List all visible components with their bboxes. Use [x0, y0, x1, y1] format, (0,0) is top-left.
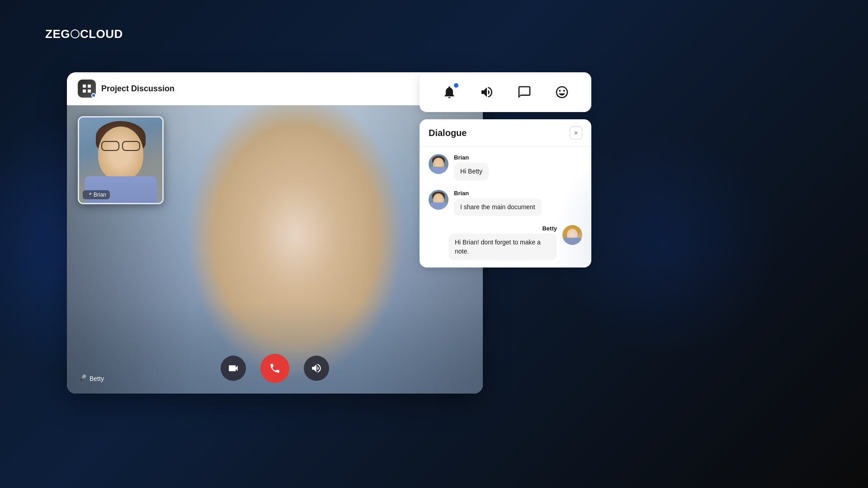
brian-avatar-inner: [429, 154, 448, 174]
logo-o-icon: [71, 29, 80, 38]
right-panel: Dialogue × Brian: [420, 72, 591, 267]
camera-icon: [227, 362, 239, 374]
message-sender: Brian: [454, 154, 489, 161]
bell-icon: [442, 85, 457, 99]
phone-end-icon: [269, 362, 281, 374]
logo: ZEG CLOUD: [45, 27, 123, 41]
close-icon: ×: [574, 129, 578, 136]
notification-badge: [454, 83, 458, 88]
message-row: Brian Hi Betty: [429, 154, 582, 181]
sound-icon: [480, 85, 494, 99]
sound-button[interactable]: [474, 80, 500, 105]
volume-icon: [311, 362, 322, 374]
message-sender-2: Brian: [454, 190, 542, 197]
dialogue-header: Dialogue ×: [420, 119, 591, 147]
logo-text-zeg: ZEG: [45, 27, 70, 41]
avatar-brian-2: [429, 190, 448, 210]
brian-face: [98, 127, 143, 181]
window-title: Project Discussion: [101, 84, 175, 94]
svg-rect-1: [88, 84, 91, 88]
messages-list: Brian Hi Betty Brian: [420, 147, 591, 267]
avatar-betty: [562, 225, 582, 245]
message-content-betty: Betty Hi Brian! dont forget to make a no…: [448, 225, 557, 260]
chat-button[interactable]: [512, 80, 537, 105]
grid-icon: [81, 83, 92, 94]
betty-avatar-shirt: [563, 238, 581, 245]
emoji-icon: [555, 85, 569, 99]
app-icon: [78, 80, 96, 98]
brian-avatar-shirt-2: [430, 202, 447, 210]
message-row-betty: Betty Hi Brian! dont forget to make a no…: [429, 225, 582, 260]
camera-button[interactable]: [221, 356, 246, 381]
message-sender-betty: Betty: [542, 225, 557, 232]
dialogue-panel: Dialogue × Brian: [420, 119, 591, 267]
message-row: Brian I share the main document: [429, 190, 582, 216]
pip-label: 🎤 Brian: [83, 190, 110, 199]
pip-video-brian[interactable]: 🎤 Brian: [78, 116, 164, 204]
message-bubble-2: I share the main document: [454, 198, 542, 216]
svg-rect-3: [88, 89, 91, 93]
volume-button[interactable]: [304, 356, 329, 381]
message-content: Brian Hi Betty: [454, 154, 489, 181]
brian-avatar-shirt: [430, 167, 447, 174]
dialogue-close-button[interactable]: ×: [570, 127, 582, 139]
pip-name: Brian: [94, 192, 106, 198]
svg-rect-0: [83, 84, 86, 88]
main-container: Project Discussion 🎤 Brian: [67, 72, 591, 384]
brian-glasses: [100, 141, 141, 150]
status-dot: [91, 93, 96, 98]
betty-avatar-inner: [562, 225, 582, 245]
chat-icon: [517, 85, 532, 99]
logo-text-cloud: CLOUD: [80, 27, 123, 41]
brian-avatar-inner-2: [429, 190, 448, 210]
icon-bar: [420, 72, 591, 112]
avatar-brian: [429, 154, 448, 174]
message-bubble: Hi Betty: [454, 163, 489, 181]
message-bubble-betty: Hi Brian! dont forget to make a note.: [448, 234, 557, 260]
emoji-button[interactable]: [549, 80, 575, 105]
dialogue-title: Dialogue: [429, 128, 467, 138]
svg-rect-2: [83, 89, 86, 93]
controls-bar: [67, 354, 483, 383]
notification-button[interactable]: [437, 80, 462, 105]
pip-mic-icon: 🎤: [86, 192, 92, 197]
message-content-2: Brian I share the main document: [454, 190, 542, 216]
end-call-button[interactable]: [260, 354, 289, 383]
